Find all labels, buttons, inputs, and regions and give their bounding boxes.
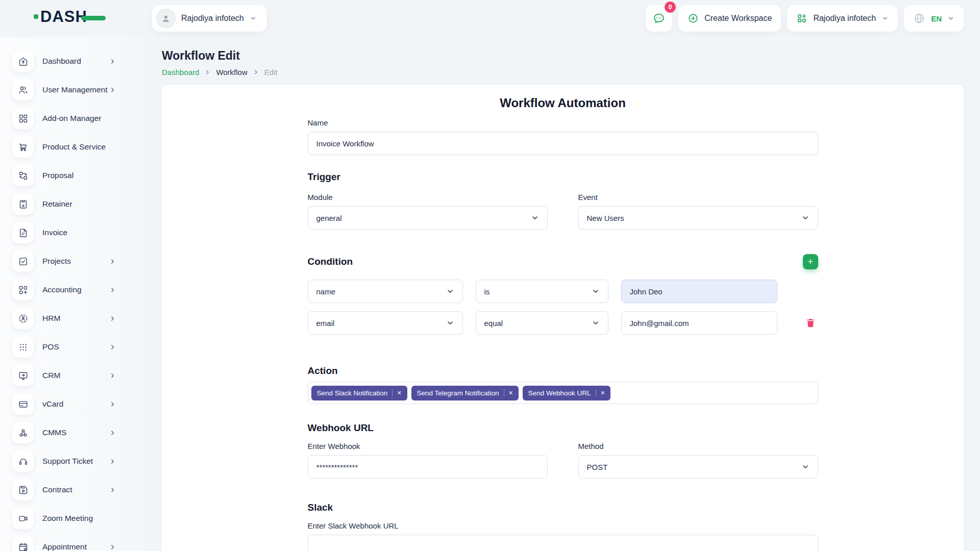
chevron-down-icon	[801, 214, 810, 222]
chevron-right-icon	[109, 458, 116, 465]
sidebar-item-add-on-manager[interactable]: Add-on Manager	[0, 104, 145, 133]
sidebar-item-support-ticket[interactable]: Support Ticket	[0, 447, 145, 475]
messages-button[interactable]: 0	[646, 5, 672, 32]
sidebar-item-label: Appointment	[42, 542, 87, 551]
module-label: Module	[308, 193, 548, 202]
condition-rows: nameisemailequal	[308, 280, 818, 335]
sidebar-item-product-service[interactable]: Product & Service	[0, 133, 145, 161]
form-heading: Workflow Automation	[308, 96, 818, 110]
chevron-down-icon	[446, 287, 454, 295]
sidebar-item-dashboard[interactable]: Dashboard	[0, 47, 145, 76]
credit-card-icon	[12, 393, 34, 415]
tag-separator	[392, 389, 393, 396]
sidebar-item-hrm[interactable]: HRM	[0, 304, 145, 333]
sidebar-item-pos[interactable]: POS	[0, 333, 145, 361]
action-tags-input[interactable]: Send Slack Notification×Send Telegram No…	[308, 382, 818, 404]
remove-tag-button[interactable]: ×	[601, 389, 605, 396]
condition-operator-select[interactable]: equal	[476, 311, 608, 335]
workflow-card: Workflow Automation Name Trigger Module …	[162, 85, 964, 551]
sidebar-item-proposal[interactable]: Proposal	[0, 161, 145, 190]
cart-icon	[12, 136, 34, 158]
workspace-menu-button[interactable]: Rajodiya infotech	[787, 5, 898, 32]
user-avatar-icon	[156, 9, 176, 28]
enter-webhook-input[interactable]	[308, 455, 548, 479]
sidebar-item-user-management[interactable]: User Management	[0, 76, 145, 104]
condition-field-value: email	[316, 319, 335, 328]
name-input[interactable]	[308, 132, 818, 155]
sidebar-item-label: Accounting	[42, 285, 82, 294]
create-workspace-button[interactable]: Create Workspace	[678, 5, 781, 32]
chevron-right-icon	[109, 487, 116, 493]
workspace-switcher[interactable]: Rajodiya infotech	[152, 5, 267, 32]
chevron-down-icon	[881, 15, 889, 22]
file-icon	[12, 222, 34, 243]
method-select[interactable]: POST	[578, 455, 818, 479]
sidebar-item-vcard[interactable]: vCard	[0, 390, 145, 418]
sidebar-item-label: POS	[42, 342, 59, 352]
enter-slack-webhook-label: Enter Slack Webhook URL	[308, 521, 818, 530]
enter-webhook-label: Enter Webhook	[308, 442, 548, 450]
chevron-right-icon	[253, 69, 259, 76]
language-selector[interactable]: EN	[904, 5, 964, 32]
condition-operator-select[interactable]: is	[476, 280, 608, 303]
webhook-heading: Webhook URL	[308, 422, 818, 434]
chevron-down-icon	[801, 463, 810, 471]
sidebar-item-label: User Management	[42, 85, 108, 94]
sidebar-item-invoice[interactable]: Invoice	[0, 218, 145, 247]
sidebar-item-label: Product & Service	[42, 142, 106, 152]
create-workspace-label: Create Workspace	[704, 14, 772, 23]
grid-plus-icon	[796, 13, 807, 24]
module-select-value: general	[316, 214, 342, 222]
condition-row: emailequal	[308, 311, 818, 335]
action-tag: Send Slack Notification×	[311, 386, 407, 400]
remove-tag-button[interactable]: ×	[509, 389, 513, 396]
action-tag-label: Send Slack Notification	[317, 389, 388, 397]
sidebar-item-retainer[interactable]: Retainer	[0, 190, 145, 218]
action-tag: Send Webhook URL×	[523, 386, 610, 400]
sidebar-item-zoom-meeting[interactable]: Zoom Meeting	[0, 504, 145, 533]
sidebar-item-cmms[interactable]: CMMS	[0, 418, 145, 447]
plus-circle-icon	[688, 13, 699, 24]
method-label: Method	[578, 442, 818, 450]
action-tag-label: Send Telegram Notification	[417, 389, 499, 397]
enter-slack-webhook-input[interactable]	[308, 535, 818, 551]
breadcrumb: Dashboard Workflow Edit	[162, 68, 964, 77]
sidebar-item-accounting[interactable]: Accounting	[0, 276, 145, 304]
condition-value-input[interactable]	[621, 280, 777, 303]
chevron-right-icon	[204, 69, 211, 76]
calendar-icon	[12, 536, 34, 551]
sidebar-item-label: CMMS	[42, 428, 66, 437]
sidebar-item-projects[interactable]: Projects	[0, 247, 145, 276]
breadcrumb-item-workflow: Workflow	[216, 68, 247, 77]
module-select[interactable]: general	[308, 206, 548, 230]
floppy-icon	[12, 479, 34, 500]
sidebar-item-crm[interactable]: CRM	[0, 361, 145, 390]
sidebar-menu: DashboardUser ManagementAdd-on ManagerPr…	[0, 37, 145, 551]
condition-value-input[interactable]	[621, 311, 777, 335]
dots-grid-icon	[12, 336, 34, 358]
trash-icon	[805, 317, 816, 329]
chevron-down-icon	[592, 319, 600, 327]
chevron-right-icon	[109, 87, 116, 93]
add-condition-button[interactable]: +	[803, 254, 818, 269]
event-select-value: New Users	[587, 214, 624, 222]
logo-text: DASH	[40, 9, 87, 24]
breadcrumb-link-dashboard[interactable]: Dashboard	[162, 68, 199, 77]
chevron-right-icon	[109, 58, 116, 65]
condition-field-value: name	[316, 287, 336, 296]
sidebar-item-contract[interactable]: Contract	[0, 475, 145, 504]
sidebar-item-appointment[interactable]: Appointment	[0, 533, 145, 551]
action-heading: Action	[308, 365, 818, 377]
condition-field-select[interactable]: name	[308, 280, 463, 303]
sidebar-item-label: Support Ticket	[42, 457, 93, 466]
tag-separator	[504, 389, 504, 396]
page-title: Workflow Edit	[162, 49, 964, 63]
event-select[interactable]: New Users	[578, 206, 818, 230]
remove-tag-button[interactable]: ×	[397, 389, 401, 396]
delete-condition-button[interactable]	[804, 316, 817, 330]
user-scan-icon	[12, 308, 34, 329]
video-icon	[12, 508, 34, 529]
condition-field-select[interactable]: email	[308, 311, 463, 335]
headset-icon	[12, 450, 34, 472]
sidebar-item-label: Proposal	[42, 171, 74, 180]
